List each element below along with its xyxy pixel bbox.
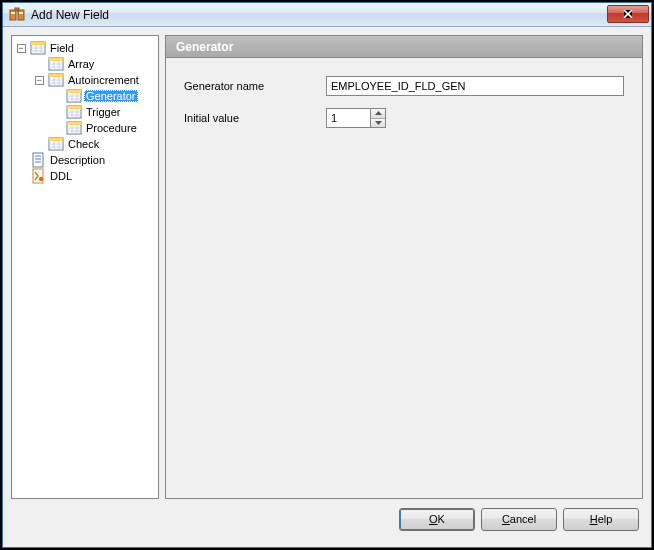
tree-item-trigger[interactable]: Trigger <box>12 104 158 120</box>
button-row: OK Cancel Help <box>11 499 643 539</box>
svg-marker-55 <box>375 111 382 115</box>
table-icon <box>66 104 82 120</box>
table-icon <box>30 40 46 56</box>
svg-rect-3 <box>19 12 23 14</box>
spinner-down-button[interactable] <box>371 118 385 128</box>
collapse-icon[interactable]: − <box>35 76 44 85</box>
dialog-window: Add New Field − Field <box>2 2 652 548</box>
tree-item-procedure[interactable]: Procedure <box>12 120 158 136</box>
tree-label: Generator <box>84 90 138 102</box>
generator-name-label: Generator name <box>184 80 326 92</box>
tree-label: DDL <box>48 170 74 182</box>
content-panel: Generator Generator name Initial value <box>165 35 643 499</box>
tree-label: Description <box>48 154 107 166</box>
panel-title: Generator <box>176 40 233 54</box>
ddl-icon <box>30 168 46 184</box>
help-button[interactable]: Help <box>563 508 639 531</box>
tree-item-generator[interactable]: Generator <box>12 88 158 104</box>
tree-label: Array <box>66 58 96 70</box>
panel-header: Generator <box>166 36 642 58</box>
tree-item-array[interactable]: Array <box>12 56 158 72</box>
splitter: − Field Array <box>11 35 643 499</box>
form-row-initial-value: Initial value <box>184 108 624 128</box>
svg-point-54 <box>39 177 43 181</box>
ok-button[interactable]: OK <box>399 508 475 531</box>
tree-label: Field <box>48 42 76 54</box>
svg-rect-38 <box>67 122 81 125</box>
tree-label: Autoincrement <box>66 74 141 86</box>
initial-value-spinner <box>326 108 386 128</box>
table-icon <box>66 120 82 136</box>
generator-name-input[interactable] <box>326 76 624 96</box>
tree-panel[interactable]: − Field Array <box>11 35 159 499</box>
svg-rect-2 <box>11 12 15 14</box>
form-row-generator-name: Generator name <box>184 76 624 96</box>
document-icon <box>30 152 46 168</box>
svg-rect-32 <box>67 106 81 109</box>
panel-body: Generator name Initial value <box>166 58 642 498</box>
svg-marker-56 <box>375 121 382 125</box>
window-title: Add New Field <box>31 8 607 22</box>
table-icon <box>48 56 64 72</box>
svg-rect-14 <box>49 58 63 61</box>
svg-rect-8 <box>31 42 45 45</box>
initial-value-input[interactable] <box>326 108 370 128</box>
cancel-button[interactable]: Cancel <box>481 508 557 531</box>
tree-label: Trigger <box>84 106 122 118</box>
svg-rect-44 <box>49 138 63 141</box>
app-icon <box>9 7 25 23</box>
tree-label: Procedure <box>84 122 139 134</box>
initial-value-label: Initial value <box>184 112 326 124</box>
table-icon <box>48 136 64 152</box>
tree-item-field[interactable]: − Field <box>12 40 158 56</box>
spinner-buttons <box>370 108 386 128</box>
close-button[interactable] <box>607 5 649 23</box>
svg-rect-20 <box>49 74 63 77</box>
tree-label: Check <box>66 138 101 150</box>
collapse-icon[interactable]: − <box>17 44 26 53</box>
svg-rect-49 <box>33 153 43 167</box>
table-icon <box>48 72 64 88</box>
tree-item-check[interactable]: Check <box>12 136 158 152</box>
svg-rect-26 <box>67 90 81 93</box>
titlebar[interactable]: Add New Field <box>3 3 651 27</box>
table-icon <box>66 88 82 104</box>
spinner-up-button[interactable] <box>371 109 385 118</box>
client-area: − Field Array <box>3 27 651 547</box>
svg-rect-4 <box>15 8 19 11</box>
tree: − Field Array <box>12 40 158 184</box>
tree-item-ddl[interactable]: DDL <box>12 168 158 184</box>
tree-item-autoincrement[interactable]: − Autoincrement <box>12 72 158 88</box>
tree-item-description[interactable]: Description <box>12 152 158 168</box>
